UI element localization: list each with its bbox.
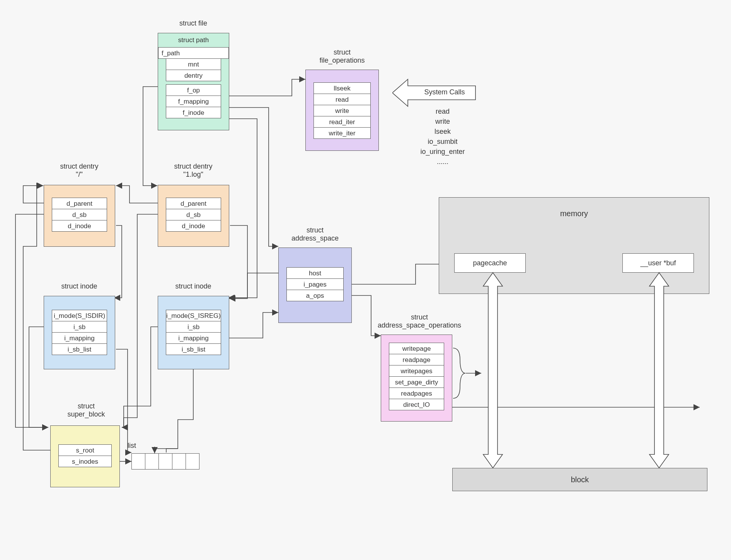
struct-super-block: s_root s_inodes [50, 425, 120, 487]
addr-field: a_ops [286, 290, 344, 301]
aops-field: writepages [389, 365, 444, 377]
struct-file: struct path f_path mnt dentry f_op f_map… [158, 33, 229, 130]
dentry-field: d_parent [52, 198, 107, 209]
sb-field: s_root [58, 444, 112, 456]
block-box: block [452, 468, 707, 491]
dentry-field: d_inode [52, 220, 107, 232]
list-label: list [128, 442, 136, 450]
syscall-item: write [410, 116, 475, 126]
inode-field: i_sb [166, 321, 221, 333]
file-field: mnt [166, 58, 221, 70]
dentry-field: d_inode [166, 220, 221, 232]
userbuf-box: __user *buf [622, 253, 694, 273]
syscalls-label: System Calls [416, 88, 474, 96]
fops-field: read [314, 94, 371, 105]
syscalls-items: read write lseek io_sumbit io_uring_ente… [410, 106, 475, 167]
svg-marker-1 [483, 273, 503, 468]
fops-title: struct file_operations [305, 48, 379, 65]
syscall-item: io_uring_enter [410, 147, 475, 157]
aops-field: set_page_dirty [389, 376, 444, 388]
dentry-field: d_parent [166, 198, 221, 209]
inode-field: i_mode(S_ISREG) [166, 310, 221, 321]
fops-field: write [314, 105, 371, 116]
memory-label: memory [439, 209, 709, 218]
struct-inode-reg: i_mode(S_ISREG) i_sb i_mapping i_sb_list [158, 296, 229, 369]
address-space-title: struct address_space [278, 226, 352, 242]
inode-dir-title: struct inode [43, 282, 116, 290]
dentry-log-title: struct dentry "1.log" [157, 162, 230, 179]
inode-field: i_mapping [52, 332, 107, 344]
syscall-item: read [410, 106, 475, 116]
inode-field: i_sb_list [166, 343, 221, 355]
dentry-root-title: struct dentry "/" [43, 162, 116, 179]
fops-field: write_iter [314, 127, 371, 139]
pagecache-box: pagecache [454, 253, 526, 273]
fops-field: llseek [314, 82, 371, 94]
svg-marker-2 [649, 273, 669, 468]
struct-path-label: struct path [158, 36, 229, 44]
file-field: f_inode [166, 107, 221, 118]
file-field: f_op [166, 84, 221, 96]
aops-field: readpages [389, 388, 444, 399]
struct-address-space: host i_pages a_ops [278, 248, 352, 323]
dentry-field: d_sb [166, 209, 221, 220]
syscall-item: io_sumbit [410, 137, 475, 147]
super-block-title: struct super_block [49, 402, 123, 418]
inode-field: i_sb [52, 321, 107, 333]
pagecache-block-arrow [479, 273, 506, 468]
sb-field: s_inodes [58, 456, 112, 467]
struct-dentry-root: d_parent d_sb d_inode [44, 185, 115, 247]
aops-field: direct_IO [389, 399, 444, 410]
inode-field: i_mapping [166, 332, 221, 344]
inode-field: i_sb_list [52, 343, 107, 355]
syscall-item: lseek [410, 126, 475, 137]
file-field: f_mapping [166, 96, 221, 107]
aops-title: struct address_space_operations [369, 313, 470, 330]
dentry-field: d_sb [52, 209, 107, 220]
struct-aops: writepage readpage writepages set_page_d… [381, 335, 452, 422]
syscall-item: ...... [410, 157, 475, 167]
inode-reg-title: struct inode [157, 282, 230, 290]
addr-field: host [286, 267, 344, 279]
fops-field: read_iter [314, 116, 371, 128]
file-field: f_path [158, 47, 229, 59]
addr-field: i_pages [286, 278, 344, 290]
userbuf-block-arrow [646, 273, 673, 468]
inode-field: i_mode(S_ISDIR) [52, 310, 107, 321]
file-field: dentry [166, 70, 221, 81]
struct-file-title: struct file [155, 19, 232, 27]
struct-dentry-log: d_parent d_sb d_inode [158, 185, 229, 247]
struct-inode-dir: i_mode(S_ISDIR) i_sb i_mapping i_sb_list [44, 296, 115, 369]
aops-field: writepage [389, 343, 444, 354]
struct-file-operations: llseek read write read_iter write_iter [305, 70, 379, 151]
aops-field: readpage [389, 354, 444, 365]
